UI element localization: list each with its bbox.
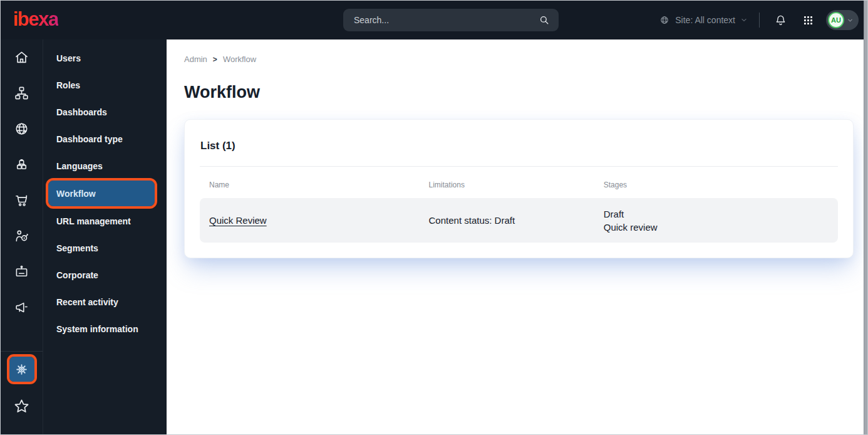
rail-item-admin-settings[interactable] (9, 357, 34, 382)
rail-item-corporate[interactable] (1, 254, 43, 290)
rail-item-personalization[interactable] (1, 218, 43, 254)
sidebar-item-workflow-wrap: Workflow (43, 180, 167, 207)
site-globe-icon (13, 120, 30, 137)
top-bar: ibexa Site: All context (1, 1, 867, 39)
column-header-limitations: Limitations (420, 175, 594, 195)
topbar-right-cluster: Site: All context AU (659, 1, 859, 39)
sidebar-item-dashboards[interactable]: Dashboards (43, 98, 167, 125)
sidebar-item-segments[interactable]: Segments (43, 234, 167, 261)
rail-item-content[interactable] (1, 75, 43, 111)
sidebar-item-corporate[interactable]: Corporate (43, 261, 167, 288)
sidebar-item-workflow[interactable]: Workflow (48, 181, 155, 206)
megaphone-icon (13, 299, 30, 316)
breadcrumb: Admin > Workflow (184, 55, 867, 64)
rail-item-commerce[interactable] (1, 182, 43, 218)
chevron-down-icon (740, 16, 748, 24)
chevron-down-icon (847, 17, 854, 24)
breadcrumb-current: Workflow (223, 55, 256, 64)
notifications-button[interactable] (771, 11, 790, 29)
sidebar-item-users[interactable]: Users (43, 45, 167, 71)
breadcrumb-admin-link[interactable]: Admin (184, 55, 207, 64)
search-input[interactable] (343, 15, 537, 25)
product-catalog-icon (13, 156, 30, 173)
stage-item: Quick review (604, 221, 838, 234)
global-search[interactable] (343, 9, 559, 31)
user-avatar: AU (828, 12, 844, 28)
rail-item-bookmarks[interactable] (1, 394, 43, 419)
column-header-name: Name (200, 175, 420, 195)
content-tree-icon (13, 85, 30, 102)
page-title: Workflow (184, 83, 867, 102)
main-content: Admin > Workflow Workflow List (1) Name … (167, 39, 867, 434)
sidebar-item-url-management[interactable]: URL management (43, 207, 167, 234)
icon-rail (1, 39, 43, 434)
bell-icon (773, 13, 788, 28)
grid-dots-icon (802, 14, 815, 27)
workflow-name-link[interactable]: Quick Review (209, 215, 267, 226)
workflow-limitations-cell: Content status: Draft (420, 207, 594, 233)
rail-bottom-section (1, 351, 43, 434)
rail-item-dashboard[interactable] (1, 39, 43, 75)
settings-gear-icon (14, 362, 29, 377)
rail-item-product-catalog[interactable] (1, 147, 43, 182)
column-header-stages: Stages (594, 175, 838, 195)
list-heading: List (1) (200, 140, 838, 152)
site-context-label: Site: All context (675, 15, 735, 25)
corporate-badge-icon (13, 263, 30, 280)
topbar-divider (759, 13, 760, 28)
user-menu[interactable]: AU (826, 10, 859, 30)
workflow-list-card: List (1) Name Limitations Stages Quick R… (184, 119, 854, 258)
bookmarks-star-icon (13, 397, 31, 416)
site-globe-small-icon (659, 14, 670, 26)
site-context-selector[interactable]: Site: All context (659, 14, 748, 26)
rail-item-marketing[interactable] (1, 290, 43, 325)
cart-icon (13, 192, 30, 209)
workflow-stages-cell: Draft Quick review (594, 200, 838, 241)
card-divider (200, 166, 838, 167)
breadcrumb-separator: > (213, 55, 217, 64)
sidebar-item-languages[interactable]: Languages (43, 152, 167, 179)
sidebar-item-system-information[interactable]: System information (43, 315, 167, 342)
personalization-target-icon (13, 228, 30, 244)
app-switcher-button[interactable] (798, 11, 817, 29)
search-icon[interactable] (537, 13, 551, 27)
table-header-row: Name Limitations Stages (200, 175, 838, 195)
sidebar-item-roles[interactable]: Roles (43, 71, 167, 98)
table-row[interactable]: Quick Review Content status: Draft Draft… (200, 198, 838, 243)
sidebar-item-recent-activity[interactable]: Recent activity (43, 288, 167, 315)
sidebar-item-dashboard-type[interactable]: Dashboard type (43, 125, 167, 152)
window-scrollbar[interactable] (864, 1, 867, 434)
stage-item: Draft (604, 207, 838, 221)
home-icon (13, 49, 30, 66)
admin-sidebar: Users Roles Dashboards Dashboard type La… (43, 39, 167, 434)
ibexa-logo[interactable]: ibexa (13, 9, 58, 31)
rail-item-site[interactable] (1, 111, 43, 147)
